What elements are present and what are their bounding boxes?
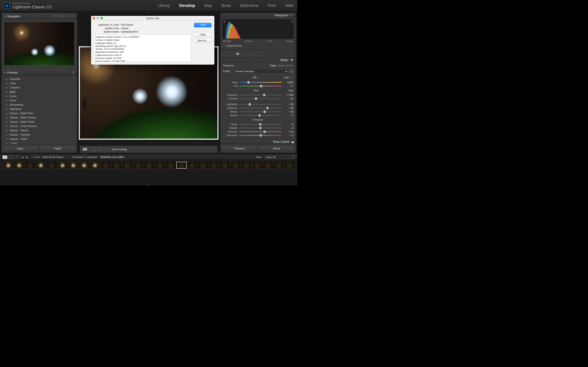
tone-auto-button[interactable]: Auto xyxy=(288,89,293,92)
current-filename[interactable]: 20180320_0271.NEF ▾ xyxy=(100,156,125,159)
before-after-yy-icon[interactable] xyxy=(98,148,103,151)
collapse-right-icon[interactable] xyxy=(295,83,297,88)
filmstrip-thumb[interactable] xyxy=(90,162,100,169)
filmstrip-thumb[interactable] xyxy=(231,162,241,169)
filmstrip-thumb[interactable] xyxy=(274,162,284,169)
filmstrip-thumb[interactable] xyxy=(241,162,251,169)
next-photo-icon[interactable]: ▶ xyxy=(26,156,28,159)
filmstrip-thumb[interactable] xyxy=(252,162,262,169)
shadows-slider[interactable] xyxy=(239,108,282,108)
basic-panel-header[interactable]: Basic▼ xyxy=(220,58,296,62)
clarity-slider[interactable] xyxy=(239,124,282,125)
whites-slider[interactable] xyxy=(239,111,282,112)
profile-select[interactable]: Camera Standard xyxy=(233,69,288,74)
dehaze-slider[interactable] xyxy=(239,128,282,128)
temp-slider[interactable] xyxy=(239,82,282,83)
filmstrip-thumb[interactable] xyxy=(101,162,111,169)
module-map[interactable]: Map xyxy=(204,3,212,8)
original-photo-checkbox[interactable] xyxy=(223,45,225,47)
filmstrip-thumb[interactable] xyxy=(47,162,57,169)
close-button[interactable]: Close xyxy=(194,23,212,27)
spot-removal-icon[interactable] xyxy=(229,52,233,56)
blacks-slider[interactable] xyxy=(239,115,282,116)
nav-zoom-fit[interactable]: FIT xyxy=(54,15,58,17)
system-info-textarea[interactable]: Lightroom Classic version: 7.3.1 [ 11676… xyxy=(94,34,191,62)
tone-curve-header[interactable]: Tone Curve◀ xyxy=(220,140,296,144)
preset-folder[interactable]: ▶Vignetting xyxy=(1,107,77,111)
histogram-header[interactable]: Histogram ▼ xyxy=(220,13,296,17)
filmstrip-thumb[interactable] xyxy=(155,162,165,169)
filmstrip-thumb[interactable] xyxy=(68,162,78,169)
brush-icon[interactable] xyxy=(255,52,261,56)
vibrance-slider[interactable] xyxy=(239,131,282,132)
contrast-slider[interactable] xyxy=(239,98,282,99)
filmstrip-thumb[interactable] xyxy=(220,162,230,169)
preset-folder[interactable]: ▶Creative xyxy=(1,85,77,90)
filmstrip-thumb[interactable] xyxy=(285,162,295,169)
preset-folder[interactable]: ▶Classic - General xyxy=(1,133,77,137)
module-print[interactable]: Print xyxy=(268,3,276,8)
whites-value[interactable]: + 20 xyxy=(283,110,293,113)
exposure-value[interactable]: + 0.93 xyxy=(283,94,293,96)
treatment-color[interactable]: Color xyxy=(270,64,276,67)
presets-header[interactable]: ▼ Presets + xyxy=(1,69,77,76)
filmstrip-thumb-selected[interactable] xyxy=(176,162,187,169)
filmstrip-thumb[interactable] xyxy=(14,162,24,169)
dialog-title-bar[interactable]: System Info xyxy=(91,16,214,21)
copy-settings-button[interactable]: Copy... xyxy=(3,146,39,151)
filmstrip-thumb[interactable] xyxy=(122,162,132,169)
wb-dropper-icon[interactable] xyxy=(223,76,226,79)
add-preset-icon[interactable]: + xyxy=(72,70,75,75)
filmstrip-thumb[interactable] xyxy=(79,162,89,169)
prev-photo-icon[interactable]: ◀ xyxy=(21,156,24,159)
filmstrip-thumb[interactable] xyxy=(25,162,35,169)
filmstrip[interactable] xyxy=(0,160,297,170)
vibrance-value[interactable]: + 21 xyxy=(283,130,293,133)
filter-select[interactable]: Filters Off xyxy=(264,155,291,159)
module-slideshow[interactable]: Slideshow xyxy=(240,3,259,8)
preset-folder[interactable]: ▶Sharpening xyxy=(1,103,77,107)
filmstrip-thumb[interactable] xyxy=(209,162,219,169)
module-book[interactable]: Book xyxy=(221,3,231,8)
window-close-icon[interactable] xyxy=(93,17,95,19)
histogram-display[interactable] xyxy=(222,19,294,39)
preset-folder[interactable]: ▶Classic - Effects xyxy=(1,128,77,133)
filmstrip-thumb[interactable] xyxy=(263,162,273,169)
reset-button[interactable]: Reset xyxy=(259,146,294,151)
profile-browser-icon[interactable] xyxy=(290,70,293,73)
filmstrip-thumb[interactable] xyxy=(198,162,208,169)
saturation-value[interactable]: + 2 xyxy=(283,134,293,137)
saturation-slider[interactable] xyxy=(239,135,282,136)
grid-view-icon[interactable] xyxy=(16,156,19,159)
module-develop[interactable]: Develop xyxy=(179,3,195,8)
contrast-value[interactable]: − 21 xyxy=(283,97,293,100)
filmstrip-thumb[interactable] xyxy=(165,162,176,169)
filter-lock-icon[interactable] xyxy=(292,156,295,159)
preset-folder[interactable]: ▶Grain xyxy=(1,98,77,103)
module-library[interactable]: Library xyxy=(157,3,170,8)
blacks-value[interactable]: − 3 xyxy=(283,114,293,117)
tint-slider[interactable] xyxy=(239,86,282,86)
dehaze-value[interactable]: 0 xyxy=(283,127,293,129)
filmstrip-thumb[interactable] xyxy=(57,162,68,169)
filmstrip-thumb[interactable] xyxy=(133,162,143,169)
module-web[interactable]: Web xyxy=(285,3,294,8)
copy-button[interactable]: Copy xyxy=(194,32,212,37)
highlights-value[interactable]: − 50 xyxy=(283,103,293,106)
loupe-view-icon[interactable] xyxy=(83,148,87,151)
exposure-slider[interactable] xyxy=(239,95,282,95)
paste-settings-button[interactable]: Paste xyxy=(40,146,75,151)
preset-folder[interactable]: ▶Favorites xyxy=(1,77,77,81)
highlight-clip-icon[interactable] xyxy=(292,20,293,23)
preset-folder[interactable]: ▶Classic - Video xyxy=(1,137,77,141)
nav-zoom-fill[interactable]: FILL xyxy=(59,15,64,17)
graduated-filter-icon[interactable] xyxy=(242,52,246,56)
save-as-button[interactable]: Save As... xyxy=(194,38,212,43)
collapse-bottom-icon[interactable] xyxy=(146,184,151,185)
shadows-value[interactable]: + 34 xyxy=(283,107,293,109)
redeye-icon[interactable] xyxy=(235,52,240,56)
filmstrip-thumb[interactable] xyxy=(112,162,122,169)
preset-folder[interactable]: ▶Classic - Color Presets xyxy=(1,124,77,128)
before-after-icon[interactable] xyxy=(91,148,96,151)
preset-folder[interactable]: ▶Curve xyxy=(1,94,77,98)
